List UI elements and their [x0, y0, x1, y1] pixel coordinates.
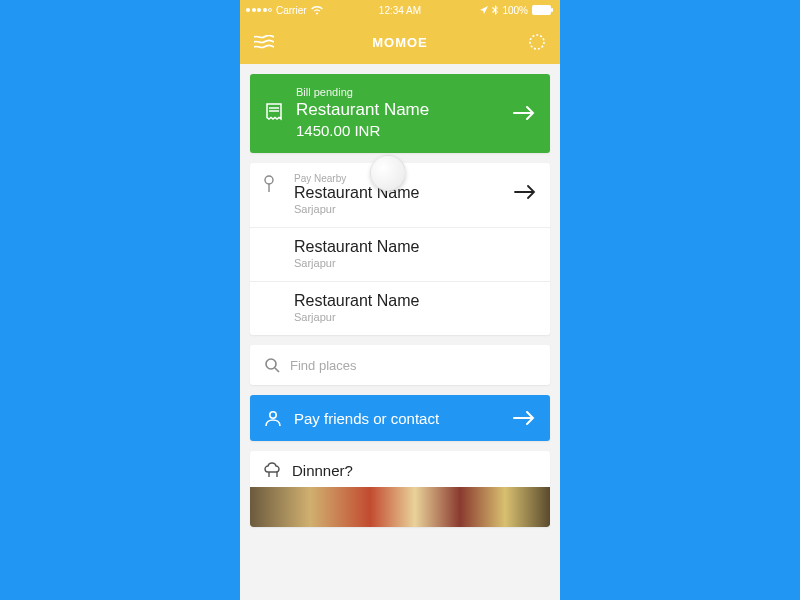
person-icon — [264, 409, 282, 427]
signal-dots-icon — [246, 8, 272, 12]
nearby-card: Pay Nearby Restaurant Name Sarjapur Rest… — [250, 163, 550, 335]
phone-frame: Carrier 12:34 AM 100% MOMOE Bill pending — [240, 0, 560, 600]
status-time: 12:34 AM — [379, 5, 421, 16]
arrow-right-icon — [514, 185, 536, 199]
pin-icon — [262, 175, 276, 193]
nearby-item[interactable]: Restaurant Name Sarjapur — [250, 282, 550, 335]
svg-point-2 — [530, 35, 544, 49]
search-icon — [264, 357, 280, 373]
nearby-item-name: Restaurant Name — [294, 292, 536, 310]
svg-point-3 — [265, 176, 273, 184]
bluetooth-icon — [492, 5, 498, 15]
svg-point-7 — [270, 412, 276, 418]
settings-icon[interactable] — [528, 33, 546, 51]
search-placeholder: Find places — [290, 358, 356, 373]
svg-line-6 — [275, 368, 279, 372]
dinner-label: Dinnner? — [292, 462, 353, 479]
food-image — [250, 487, 550, 527]
dinner-card[interactable]: Dinnner? — [250, 451, 550, 527]
arrow-right-icon — [512, 410, 536, 426]
arrow-right-icon — [512, 105, 536, 121]
chef-hat-icon — [264, 461, 282, 479]
nearby-item-sub: Sarjapur — [294, 203, 536, 215]
carrier-label: Carrier — [276, 5, 307, 16]
nav-bar: MOMOE — [240, 20, 560, 64]
nearby-item[interactable]: Restaurant Name Sarjapur — [250, 228, 550, 282]
status-bar: Carrier 12:34 AM 100% — [240, 0, 560, 20]
pay-friends-card[interactable]: Pay friends or contact — [250, 395, 550, 441]
bill-amount: 1450.00 INR — [296, 122, 500, 139]
nearby-item-name: Restaurant Name — [294, 238, 536, 256]
app-title: MOMOE — [372, 35, 428, 50]
bill-label: Bill pending — [296, 86, 500, 98]
svg-point-5 — [266, 359, 276, 369]
content: Bill pending Restaurant Name 1450.00 INR… — [240, 64, 560, 600]
bill-restaurant-name: Restaurant Name — [296, 100, 500, 120]
nearby-item[interactable]: Pay Nearby Restaurant Name Sarjapur — [250, 163, 550, 228]
receipt-icon — [264, 102, 284, 124]
nearby-item-sub: Sarjapur — [294, 311, 536, 323]
nearby-item-name: Restaurant Name — [294, 184, 536, 202]
nearby-label: Pay Nearby — [294, 173, 536, 184]
menu-icon[interactable] — [254, 35, 274, 49]
battery-pct: 100% — [502, 5, 528, 16]
battery-icon — [532, 5, 554, 15]
svg-rect-0 — [532, 5, 551, 15]
svg-rect-1 — [551, 8, 553, 12]
pay-friends-label: Pay friends or contact — [294, 410, 500, 427]
nearby-item-sub: Sarjapur — [294, 257, 536, 269]
wifi-icon — [311, 6, 323, 15]
bill-pending-card[interactable]: Bill pending Restaurant Name 1450.00 INR — [250, 74, 550, 153]
search-card[interactable]: Find places — [250, 345, 550, 385]
location-icon — [480, 6, 488, 14]
